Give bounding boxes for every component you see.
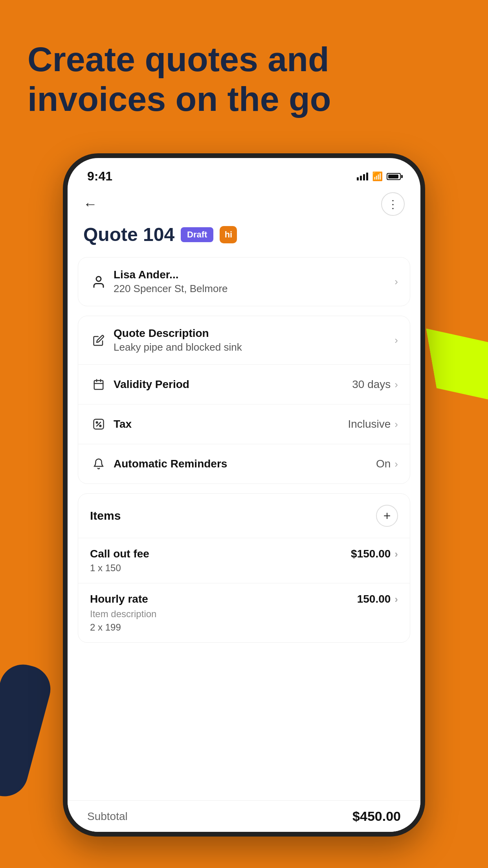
brand-icon: hi	[220, 226, 237, 243]
item-row[interactable]: Hourly rate 150.00 › Item description 2 …	[78, 583, 410, 642]
customer-card: Lisa Ander... 220 Spencer St, Belmore ›	[78, 257, 410, 306]
validity-value: 30 days	[352, 378, 391, 391]
add-item-button[interactable]: +	[376, 505, 398, 527]
item-name-2: Hourly rate	[90, 593, 148, 605]
svg-point-0	[96, 276, 101, 281]
svg-rect-1	[94, 381, 103, 390]
bell-icon	[90, 455, 107, 473]
title-row: Quote 104 Draft hi	[68, 224, 420, 257]
back-button[interactable]: ←	[83, 196, 97, 212]
items-card: Items + Call out fee $150.00 › 1 x 150	[78, 493, 410, 643]
description-label: Quote Description	[114, 327, 394, 340]
item-price-1: $150.00 ›	[351, 548, 398, 560]
navy-shape	[0, 659, 56, 802]
phone-frame: 9:41 📶 ← ⋮ Quote 104 Draft hi	[63, 153, 425, 837]
tax-label: Tax	[114, 418, 348, 430]
status-time: 9:41	[87, 169, 112, 184]
item-price-2: 150.00 ›	[357, 593, 398, 605]
description-chevron: ›	[394, 334, 398, 346]
item-top-1: Call out fee $150.00 ›	[90, 548, 398, 560]
wifi-icon: 📶	[372, 171, 383, 182]
svg-point-8	[100, 425, 101, 427]
validity-content: Validity Period	[114, 378, 352, 391]
quote-description-row[interactable]: Quote Description Leaky pipe and blocked…	[78, 316, 410, 365]
status-bar: 9:41 📶	[68, 158, 420, 188]
subtotal-label: Subtotal	[87, 810, 128, 823]
item-qty-1: 1 x 150	[90, 563, 398, 574]
customer-chevron: ›	[394, 276, 398, 288]
item-qty-2: 2 x 199	[90, 622, 398, 633]
reminders-row[interactable]: Automatic Reminders On ›	[78, 444, 410, 484]
item-chevron-1: ›	[394, 548, 398, 560]
reminders-chevron: ›	[394, 458, 398, 470]
details-card: Quote Description Leaky pipe and blocked…	[78, 316, 410, 484]
tax-icon	[90, 416, 107, 433]
item-desc-2: Item description	[90, 609, 398, 620]
description-value: Leaky pipe and blocked sink	[114, 341, 394, 353]
battery-icon	[387, 173, 401, 180]
item-chevron-2: ›	[394, 593, 398, 605]
tax-row[interactable]: Tax Inclusive ›	[78, 405, 410, 444]
item-row[interactable]: Call out fee $150.00 › 1 x 150	[78, 538, 410, 583]
customer-row[interactable]: Lisa Ander... 220 Spencer St, Belmore ›	[78, 257, 410, 306]
reminders-content: Automatic Reminders	[114, 458, 376, 470]
quote-title: Quote 104	[83, 224, 174, 245]
tax-content: Tax	[114, 418, 348, 430]
validity-chevron: ›	[394, 379, 398, 391]
more-button[interactable]: ⋮	[381, 192, 405, 216]
signal-icon	[357, 173, 368, 180]
status-icons: 📶	[357, 171, 401, 182]
headline: Create quotes andinvoices on the go	[28, 39, 460, 119]
tax-value: Inclusive	[348, 418, 391, 430]
item-top-2: Hourly rate 150.00 ›	[90, 593, 398, 605]
bottom-bar: Subtotal $450.00	[68, 800, 420, 832]
description-icon	[90, 332, 107, 349]
svg-point-7	[96, 422, 98, 423]
reminders-label: Automatic Reminders	[114, 458, 376, 470]
validity-label: Validity Period	[114, 378, 352, 391]
customer-icon	[90, 273, 107, 291]
reminders-value: On	[376, 458, 391, 470]
validity-row[interactable]: Validity Period 30 days ›	[78, 365, 410, 405]
yellow-shape	[426, 318, 488, 414]
app-header: ← ⋮	[68, 188, 420, 224]
draft-badge: Draft	[181, 227, 213, 242]
description-content: Quote Description Leaky pipe and blocked…	[114, 327, 394, 353]
tax-chevron: ›	[394, 418, 398, 430]
phone-content[interactable]: Lisa Ander... 220 Spencer St, Belmore ›	[68, 257, 420, 832]
customer-name: Lisa Ander...	[114, 268, 394, 281]
item-name-1: Call out fee	[90, 548, 149, 560]
items-title: Items	[90, 509, 121, 522]
calendar-icon	[90, 376, 107, 393]
customer-info: Lisa Ander... 220 Spencer St, Belmore	[114, 268, 394, 295]
customer-address: 220 Spencer St, Belmore	[114, 283, 394, 295]
subtotal-value: $450.00	[352, 809, 401, 824]
items-header: Items +	[78, 494, 410, 538]
